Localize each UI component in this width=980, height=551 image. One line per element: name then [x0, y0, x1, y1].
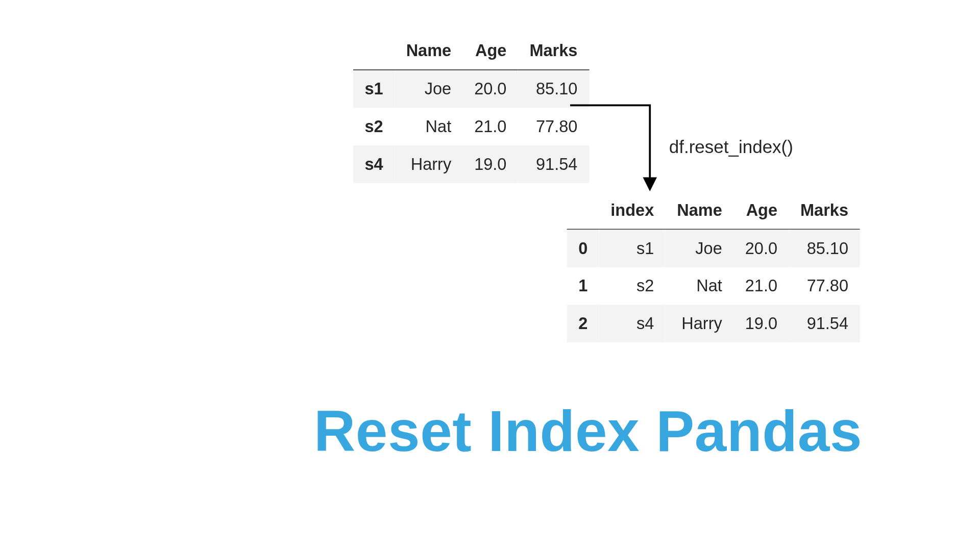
col-header: Marks: [789, 191, 860, 229]
cell: Joe: [395, 70, 463, 108]
cell: 19.0: [463, 145, 518, 183]
col-header: Marks: [518, 32, 589, 70]
table-header-row: Name Age Marks: [353, 32, 589, 70]
table-row: s4 Harry 19.0 91.54: [353, 145, 589, 183]
cell: Nat: [666, 267, 734, 305]
cell: 91.54: [789, 305, 860, 343]
col-header: Name: [666, 191, 734, 229]
dataframe-after: index Name Age Marks 0 s1 Joe 20.0 85.10: [567, 191, 860, 342]
row-index: s4: [353, 145, 395, 183]
row-index: 0: [567, 229, 599, 267]
cell: 85.10: [789, 229, 860, 267]
page-title: Reset Index Pandas: [98, 398, 980, 464]
table-before: Name Age Marks s1 Joe 20.0 85.10 s2 Nat: [353, 32, 589, 183]
table-corner: [353, 32, 395, 70]
cell: 19.0: [733, 305, 789, 343]
cell: Joe: [666, 229, 734, 267]
cell: 20.0: [733, 229, 789, 267]
table-row: 0 s1 Joe 20.0 85.10: [567, 229, 860, 267]
cell: Nat: [395, 108, 463, 145]
row-index: s1: [353, 70, 395, 108]
col-header: Age: [733, 191, 789, 229]
table-header-row: index Name Age Marks: [567, 191, 860, 229]
row-index: 2: [567, 305, 599, 343]
table-after: index Name Age Marks 0 s1 Joe 20.0 85.10: [567, 191, 860, 342]
cell: 21.0: [463, 108, 518, 145]
cell: 20.0: [463, 70, 518, 108]
col-header: Name: [395, 32, 463, 70]
table-row: s1 Joe 20.0 85.10: [353, 70, 589, 108]
table-row: 1 s2 Nat 21.0 77.80: [567, 267, 860, 305]
cell: s2: [599, 267, 666, 305]
table-row: 2 s4 Harry 19.0 91.54: [567, 305, 860, 343]
row-index: 1: [567, 267, 599, 305]
cell: s4: [599, 305, 666, 343]
table-row: s2 Nat 21.0 77.80: [353, 108, 589, 145]
code-expression: df.reset_index(): [669, 137, 793, 158]
cell: Harry: [395, 145, 463, 183]
cell: Harry: [666, 305, 734, 343]
arrow-icon: [570, 102, 659, 194]
cell: 77.80: [789, 267, 860, 305]
table-corner: [567, 191, 599, 229]
row-index: s2: [353, 108, 395, 145]
cell: s1: [599, 229, 666, 267]
dataframe-before: Name Age Marks s1 Joe 20.0 85.10 s2 Nat: [353, 32, 589, 183]
col-header: Age: [463, 32, 518, 70]
col-header: index: [599, 191, 666, 229]
cell: 21.0: [733, 267, 789, 305]
